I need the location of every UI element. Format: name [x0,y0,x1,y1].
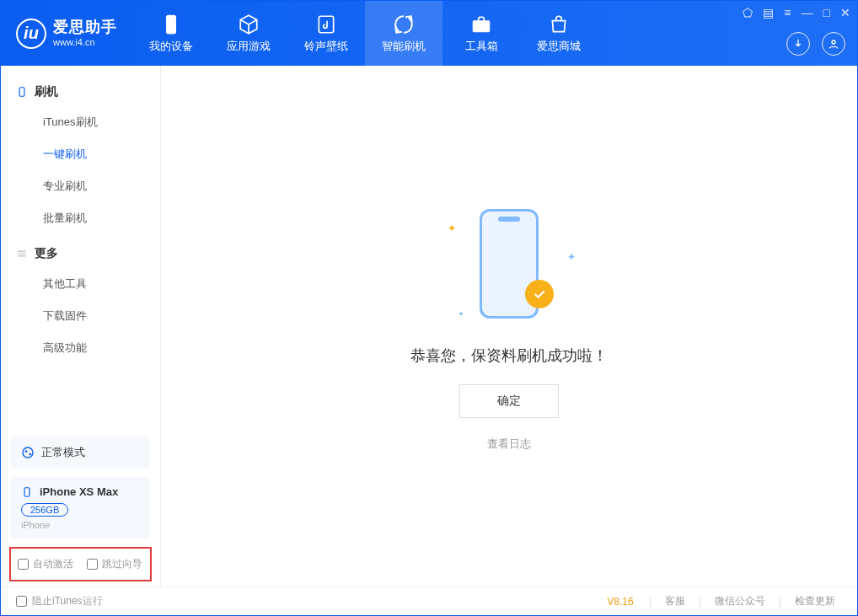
sidebar-item-batch-flash[interactable]: 批量刷机 [1,202,160,234]
sparkle-icon: ✦ [567,251,576,263]
block-itunes-checkbox[interactable]: 阻止iTunes运行 [16,594,103,608]
list-icon[interactable]: ▤ [763,6,774,19]
svg-rect-4 [19,88,24,97]
check-badge-icon [525,280,554,308]
svg-point-5 [23,447,33,458]
bag-icon [548,13,570,35]
svg-point-3 [832,40,835,44]
svg-point-7 [29,453,31,456]
titlebar: iu 爱思助手 www.i4.cn 我的设备 应用游戏 铃声壁纸 智能刷机 [1,1,857,66]
main-content: ✦ ✦ • 恭喜您，保资料刷机成功啦！ 确定 查看日志 [161,66,857,587]
device-info-card[interactable]: iPhone XS Max 256GB iPhone [11,477,150,538]
sidebar: 刷机 iTunes刷机 一键刷机 专业刷机 批量刷机 更多 其他工具 下载固件 … [1,66,161,587]
svg-rect-8 [24,487,29,496]
tab-device[interactable]: 我的设备 [132,1,210,66]
svg-rect-1 [319,16,333,33]
ok-button[interactable]: 确定 [459,384,559,418]
success-illustration: ✦ ✦ • [437,201,581,327]
skip-guide-label: 跳过向导 [102,557,142,571]
phone-icon [16,86,28,98]
sidebar-group-flash: 刷机 [1,78,160,106]
sidebar-item-oneclick-flash[interactable]: 一键刷机 [1,138,160,170]
menu-icon[interactable]: ≡ [784,6,791,19]
logo: iu 爱思助手 www.i4.cn [1,1,132,66]
more-icon [16,248,28,260]
device-mode-card[interactable]: 正常模式 [11,437,150,469]
close-button[interactable]: ✕ [840,6,850,19]
mode-icon [21,446,35,459]
view-log-link[interactable]: 查看日志 [487,437,531,452]
download-button[interactable] [786,32,810,56]
window-controls: ⬠ ▤ ≡ — □ ✕ [743,6,850,19]
skip-guide-checkbox[interactable]: 跳过向导 [87,557,142,571]
mode-label: 正常模式 [41,445,85,460]
tab-tools-label: 工具箱 [465,39,498,54]
sidebar-item-pro-flash[interactable]: 专业刷机 [1,170,160,202]
device-icon [160,13,182,35]
logo-icon: iu [16,19,46,49]
svg-point-6 [25,450,28,453]
sparkle-icon: ✦ [448,222,456,234]
sidebar-group-more: 更多 [1,239,160,268]
options-row: 自动激活 跳过向导 [9,547,152,581]
support-link[interactable]: 客服 [658,594,692,608]
device-capacity-badge: 256GB [21,503,68,517]
sidebar-item-download-fw[interactable]: 下载固件 [1,300,160,332]
maximize-button[interactable]: □ [823,6,830,19]
tab-flash-label: 智能刷机 [382,39,426,54]
note-icon [315,13,337,35]
minimize-button[interactable]: — [802,6,813,19]
tab-flash[interactable]: 智能刷机 [365,1,442,66]
check-update-link[interactable]: 检查更新 [788,594,842,608]
auto-activate-label: 自动激活 [33,557,73,571]
cube-icon [238,13,260,35]
sparkle-icon: • [459,308,463,320]
tab-apps[interactable]: 应用游戏 [210,1,287,66]
tab-tools[interactable]: 工具箱 [442,1,520,66]
refresh-icon [393,13,415,35]
user-button[interactable] [822,32,845,56]
main-tabs: 我的设备 应用游戏 铃声壁纸 智能刷机 工具箱 爱思商城 [132,1,598,66]
auto-activate-checkbox[interactable]: 自动激活 [18,557,73,571]
footer: 阻止iTunes运行 V8.16 | 客服 | 微信公众号 | 检查更新 [1,587,857,615]
success-message: 恭喜您，保资料刷机成功啦！ [410,345,608,366]
toolbox-icon [470,13,492,35]
tab-ringtone[interactable]: 铃声壁纸 [287,1,365,66]
version-label: V8.16 [607,596,633,608]
app-name: 爱思助手 [53,19,117,37]
tab-apps-label: 应用游戏 [227,39,271,54]
app-url: www.i4.cn [53,37,117,48]
sidebar-group-more-label: 更多 [35,246,58,261]
svg-rect-2 [473,20,490,31]
wechat-link[interactable]: 微信公众号 [708,594,772,608]
device-type: iPhone [21,520,140,530]
tab-store-label: 爱思商城 [537,39,581,54]
sidebar-group-flash-label: 刷机 [35,84,58,99]
shirt-icon[interactable]: ⬠ [743,6,753,19]
svg-rect-0 [167,15,176,34]
tab-device-label: 我的设备 [149,39,193,54]
tab-ringtone-label: 铃声壁纸 [304,39,348,54]
sidebar-item-advanced[interactable]: 高级功能 [1,332,160,364]
block-itunes-label: 阻止iTunes运行 [32,594,103,608]
sidebar-item-itunes-flash[interactable]: iTunes刷机 [1,106,160,138]
device-name: iPhone XS Max [40,485,118,498]
device-phone-icon [21,486,33,498]
app-window: iu 爱思助手 www.i4.cn 我的设备 应用游戏 铃声壁纸 智能刷机 [0,0,858,616]
tab-store[interactable]: 爱思商城 [520,1,598,66]
sidebar-item-other-tools[interactable]: 其他工具 [1,268,160,300]
